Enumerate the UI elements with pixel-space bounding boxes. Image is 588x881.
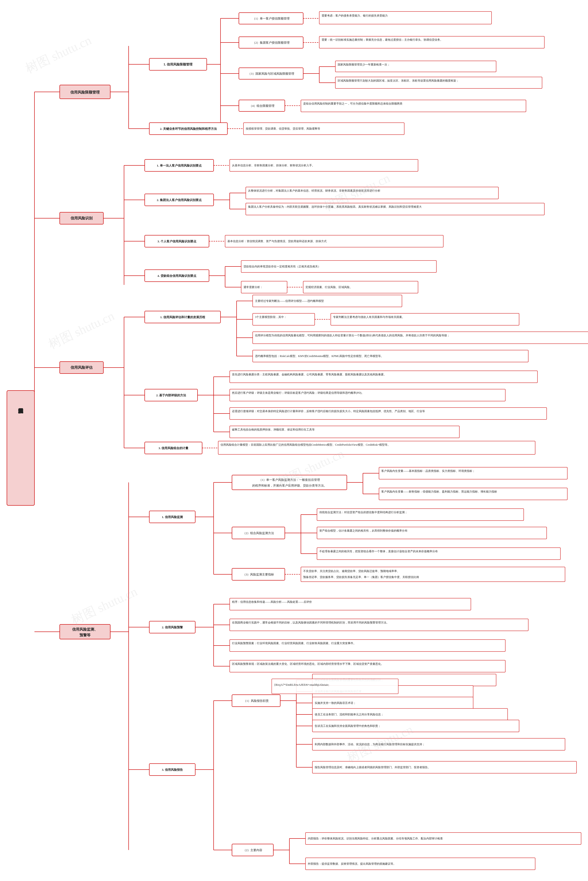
svg-text:3. 信用风险组合的计量: 3. 信用风险组合的计量 xyxy=(159,446,189,450)
svg-text:传统组合监测方法：对信贷资产组合的授信集中度和结构进行分析监: 传统组合监测方法：对信贷资产组合的授信集中度和结构进行分析监测； xyxy=(319,511,408,514)
svg-text:使员工在业务部门、流程和职能单元之间分享风险信息；: 使员工在业务部门、流程和职能单元之间分享风险信息； xyxy=(315,713,384,716)
svg-rect-126 xyxy=(230,426,459,438)
svg-text:破释工具包括合格的抵质押担保、净额结算、保证和信用衍生工具等: 破释工具包括合格的抵质押担保、净额结算、保证和信用衍生工具等 xyxy=(232,428,315,431)
svg-text:需要考虑：客户的债务承受能力、银行的损失承受能力: 需要考虑：客户的债务承受能力、银行的损失承受能力 xyxy=(322,14,388,17)
svg-rect-64 xyxy=(246,203,544,215)
svg-text:还需进行债项评级：对交易本身的特定风险进行计量和评价，反映客: 还需进行债项评级：对交易本身的特定风险进行计量和评价，反映客户违约后银行的损失损… xyxy=(232,410,425,413)
svg-rect-152 xyxy=(379,467,567,479)
svg-text:（2）集团客户授信限额管理: （2）集团客户授信限额管理 xyxy=(252,41,290,44)
svg-text:内部报告：评价整体风险状况、识别当期风险特征、分析重点风险因: 内部报告：评价整体风险状况、识别当期风险特征、分析重点风险因素、分结专项风险工作… xyxy=(308,837,443,840)
svg-text:（3）风险监测主要指标: （3）风险监测主要指标 xyxy=(243,573,274,576)
svg-text:行业风险预警因素：行业环境风险因素、行业经营风险因素、行业财: 行业风险预警因素：行业环境风险因素、行业经营风险因素、行业财务风险因素、行业重大… xyxy=(232,642,356,645)
svg-text:报告风险管理信息及时、准确地向上级或者同级的风险管理部门、外: 报告风险管理信息及时、准确地向上级或者同级的风险管理部门、外部监管部门、投资者报… xyxy=(315,766,430,769)
svg-rect-184 xyxy=(230,598,471,610)
svg-text:首先进行风险暴露分类：主权风险暴露、金融机构风险暴露、公司风: 首先进行风险暴露分类：主权风险暴露、金融机构风险暴露、公司风险暴露、零售风险暴露… xyxy=(232,373,386,376)
svg-rect-103 xyxy=(331,313,519,325)
svg-text:1. 单一法人客户信用风险识别要点: 1. 单一法人客户信用风险识别要点 xyxy=(157,164,202,167)
svg-text:（2）主要内容: （2）主要内容 xyxy=(243,848,262,852)
svg-rect-193 xyxy=(230,660,506,672)
svg-text:（1）风险报告职责: （1）风险报告职责 xyxy=(243,699,269,702)
svg-text:专家判断法主要考虑与借款人有关因素和与市场有关因素。: 专家判断法主要考虑与借款人有关因素和与市场有关因素。 xyxy=(333,315,405,319)
svg-rect-175 xyxy=(301,567,565,582)
svg-text:（1）单一客户风险监测方法：一般套括后管理: （1）单一客户风险监测方法：一般套括后管理 xyxy=(259,478,320,482)
svg-text:的程序和标准，开展向客户应用评级、贷款分类等方法。: 的程序和标准，开展向客户应用评级、贷款分类等方法。 xyxy=(252,484,327,487)
svg-rect-163 xyxy=(317,509,524,521)
svg-text:预警等: 预警等 xyxy=(80,633,91,637)
svg-text:国家风险限额管理至少一年重新检查一次；: 国家风险限额管理至少一年重新检查一次； xyxy=(338,63,390,66)
svg-text:从基本信息分析、非财务因素分析、担保分析、财务状况分析入手。: 从基本信息分析、非财务因素分析、担保分析、财务状况分析入手。 xyxy=(232,164,315,167)
svg-rect-13 xyxy=(319,12,492,24)
svg-text:在我国商业银行实践中，通常会根据不同的目标，以及风险驱动因素: 在我国商业银行实践中，通常会根据不同的目标，以及风险驱动因素的不同和管理机制的区… xyxy=(232,621,389,624)
svg-text:预备偿还率、贷款服务率、贷款损失准备充足率、单一（集团）客户: 预备偿还率、贷款服务率、贷款损失准备充足率、单一（集团）客户授信集中度、关联授信… xyxy=(303,575,419,579)
svg-rect-155 xyxy=(379,488,567,500)
svg-rect-106 xyxy=(253,332,588,344)
svg-rect-117 xyxy=(230,371,537,383)
svg-text:2. 信用风险预警: 2. 信用风险预警 xyxy=(162,626,183,629)
svg-text:贷款组合内的单笔贷款存在一定程度相关性（正相关或负相关）: 贷款组合内的单笔贷款存在一定程度相关性（正相关或负相关） xyxy=(243,265,321,268)
svg-text:信用风险组合计量模型：目前国际上应用比较广泛的信用风险组合模: 信用风险组合计量模型：目前国际上应用比较广泛的信用风险组合模型包括CreditM… xyxy=(220,443,390,446)
svg-text:2. 基于内部评级的方法: 2. 基于内部评级的方法 xyxy=(156,393,186,397)
svg-text:资产组合模型，估计各暴露之间的相关性，从而得到整体价值的概率: 资产组合模型，估计各暴露之间的相关性，从而得到整体价值的概率分布 xyxy=(319,529,408,532)
svg-text:客户风险内生变量——财务指标：偿债能力指标、盈利能力指标、营: 客户风险内生变量——财务指标：偿债能力指标、盈利能力指标、营运能力指标、增长能力… xyxy=(381,490,497,493)
svg-rect-166 xyxy=(317,527,547,539)
page-content: 树图 shutu.cn 树图 shutu.cn 树图 shutu.cn 树图 s… xyxy=(0,0,588,881)
svg-text:违约概率模型包括：RiskCalc模型、KMV的Credit: 违约概率模型包括：RiskCalc模型、KMV的CreditMonitor模型、… xyxy=(255,354,384,358)
svg-rect-36 xyxy=(301,100,526,112)
svg-rect-30 xyxy=(335,77,542,89)
svg-text:区域风险预警表现：区域政策法规的重大变化、区域经营环境的恶化: 区域风险预警表现：区域政策法规的重大变化、区域经营环境的恶化、区域内部经营管理水… xyxy=(232,662,384,665)
svg-rect-169 xyxy=(317,548,560,560)
svg-text:1. 信用风险限额管理: 1. 信用风险限额管理 xyxy=(164,63,193,66)
svg-text:基本信息分析：资信情况调查、资产与负债情况、贷款用途和还款来: 基本信息分析：资信情况调查、资产与负债情况、贷款用途和还款来源、担保方式 xyxy=(227,240,327,243)
svg-rect-190 xyxy=(230,639,506,651)
svg-text:2. 集团法人客户信用风险识别要点: 2. 集团法人客户信用风险识别要点 xyxy=(157,198,202,202)
svg-text:然后进行客户评级：评级主体是商业银行；评级目标是客户违约风险: 然后进行客户评级：评级主体是商业银行；评级目标是客户违约风险；评级结果是信用等级… xyxy=(232,391,364,395)
svg-text:告诉员工在实施和支持全面风险管理中的角色和职责；: 告诉员工在实施和支持全面风险管理中的角色和职责； xyxy=(315,724,381,728)
root-node-rect xyxy=(7,390,34,506)
svg-rect-146 xyxy=(232,475,347,490)
svg-text:不良贷款率、关注类贷款占比、逾期贷款率、贷款风险迁徙率、预期: 不良贷款率、关注类贷款占比、逾期贷款率、贷款风险迁徙率、预期地域率率、 xyxy=(303,569,400,573)
svg-text:区域风险限额管理只划较大划的国区域，如亚太区、东欧区、东欧等: 区域风险限额管理只划较大划的国区域，如亚太区、东欧区、东欧等设置信用风险暴露的额… xyxy=(338,79,459,82)
svg-text:实施并支持一致的风险语言术语；: 实施并支持一致的风险语言术语； xyxy=(315,701,356,705)
svg-text:信用风险识别: 信用风险识别 xyxy=(70,216,93,220)
svg-rect-187 xyxy=(230,619,528,631)
svg-rect-27 xyxy=(335,61,496,72)
svg-text:（4）组合限额管理: （4）组合限额管理 xyxy=(249,104,275,108)
svg-text:不处理各暴露之间的相关性，把投资组合看作一个整体，直接估计该: 不处理各暴露之间的相关性，把投资组合看作一个整体，直接估计该组合资产的未来价值概… xyxy=(319,550,438,553)
l1-credit-limit-text: 信用风险限额管理 xyxy=(70,90,100,94)
svg-text:2. 关键业务环节的信用风险控制和程序方法: 2. 关键业务环节的信用风险控制和程序方法 xyxy=(160,127,217,131)
svg-text:3. 个人客户信用风险识别要点: 3. 个人客户信用风险识别要点 xyxy=(158,240,196,243)
svg-text:（1）单一客户授信限额管理: （1）单一客户授信限额管理 xyxy=(252,17,290,20)
svg-text:4. 贷款组合信用风险识别要点: 4. 贷款组合信用风险识别要点 xyxy=(158,274,196,278)
svg-text:（3）国家风险与区域风险限额管理: （3）国家风险与区域风险限额管理 xyxy=(248,72,294,75)
svg-text:程序：信用信息收集和传递——风险分析——风险处置——后评价: 程序：信用信息收集和传递——风险分析——风险处置——后评价 xyxy=(232,600,312,603)
svg-text:从整体状况进行分析，对集团法人客户的基本信息、经营状况、财务: 从整体状况进行分析，对集团法人客户的基本信息、经营状况、财务状况、非财务因素及担… xyxy=(248,189,380,192)
svg-rect-100 xyxy=(253,313,315,325)
svg-text:客户风险内生变量——基本面指标：品质类指标、实力类指标、环境: 客户风险内生变量——基本面指标：品质类指标、实力类指标、环境类指标； xyxy=(381,469,475,473)
mindmap-svg: text { font-family: 'SimSun', '宋体', seri… xyxy=(0,0,588,881)
svg-text:通常需要分析：: 通常需要分析： xyxy=(243,285,263,289)
svg-text:按授权管管理、贷款调查、信贷审批、贷后管理、风险缓释等: 按授权管管理、贷款调查、信贷审批、贷后管理、风险缓释等 xyxy=(246,127,320,130)
svg-text:（2）组合风险监测方法: （2）组合风险监测方法 xyxy=(243,531,274,535)
svg-text:利用内部数据和外部事件、活动、状况的信息，为商业银行风险管理: 利用内部数据和外部事件、活动、状况的信息，为商业银行风险管理和目标实施提供支持； xyxy=(315,743,425,746)
svg-text:信用评分模型为传统的信用风险量化模型，可利用观察到的借款人特: 信用评分模型为传统的信用风险量化模型，可利用观察到的借款人特征变量计算出一个数值… xyxy=(255,334,450,337)
svg-text:3个主要模型阶段，其中：: 3个主要模型阶段，其中： xyxy=(255,315,286,319)
svg-rect-123 xyxy=(230,408,547,419)
svg-text:是组合信用风险控制的重要手段之一，可分为授信集中度限额和总体: 是组合信用风险控制的重要手段之一，可分为授信集中度限额和总体组合限额两类 xyxy=(303,102,402,105)
svg-rect-120 xyxy=(230,389,506,401)
svg-text:信用风险监测、: 信用风险监测、 xyxy=(72,627,98,631)
svg-text:集团法人客户分析具备特征为：内部关联交易频繁、连环担保十分普: 集团法人客户分析具备特征为：内部关联交易频繁、连环担保十分普遍、系统系风险较高、… xyxy=(248,205,422,209)
svg-text:外部报告：提供监管数据、反映管理情况、提出风险管理的措施建议: 外部报告：提供监管数据、反映管理情况、提出风险管理的措施建议等。 xyxy=(308,862,396,865)
svg-text:1. 信用风险评估和计量的发展历程: 1. 信用风险评估和计量的发展历程 xyxy=(160,315,206,319)
svg-rect-61 xyxy=(246,187,498,199)
svg-text:3. 信用风险报告: 3. 信用风险报告 xyxy=(162,768,183,771)
svg-text:宏观经济因素、行业风险、区域风险。: 宏观经济因素、行业风险、区域风险。 xyxy=(306,285,352,289)
svg-text:需要：统一识别标准实施总量控制；掌握充分信息，避免过度授信；: 需要：统一识别标准实施总量控制；掌握充分信息，避免过度授信；主办银行牵头、协调信… xyxy=(322,38,443,41)
svg-text:主要经过专家判断法——信用评分模型——违约概率模型: 主要经过专家判断法——信用评分模型——违约概率模型 xyxy=(255,299,324,303)
svg-text:信用风险评估: 信用风险评估 xyxy=(70,366,93,369)
svg-text:{RixjA7*ZmRLEtwAJEE#i+otazlthj: {RixjA7*ZmRLEtwAJEE#i+otazlthjiAheiair; xyxy=(274,683,329,686)
svg-text:1. 信用风险监测: 1. 信用风险监测 xyxy=(162,515,183,519)
